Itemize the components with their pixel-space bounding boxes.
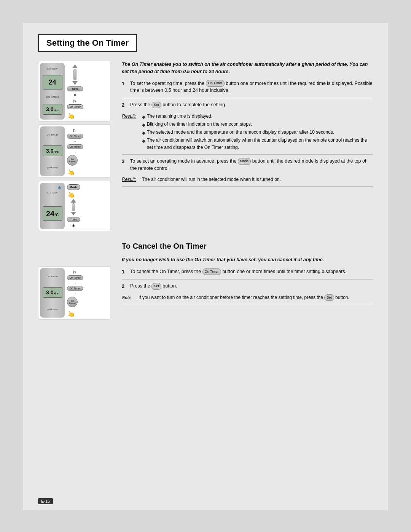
on-timer-btn-2[interactable]: On Timer	[67, 134, 83, 139]
swing-icon-2: ▷	[67, 128, 83, 132]
step-1: 1 To set the operating time, press the O…	[122, 80, 373, 94]
off-timer-btn-4[interactable]: Off Timer	[67, 286, 83, 291]
step-text-2: Press the Set button to complete the set…	[130, 101, 226, 109]
set-inline-btn-2: Set	[151, 102, 161, 109]
result-label-1: Result:	[122, 113, 139, 152]
set-temp-label-3: SET TEMP	[47, 192, 57, 194]
mode-inline-btn-3: Mode	[238, 158, 251, 165]
fan-icon-1: ❄	[67, 93, 83, 97]
remote-display-1: 24	[43, 75, 62, 89]
divider-c1	[122, 279, 373, 280]
bullet-4: ◆	[142, 137, 145, 145]
remote-1: SET TEMP 24 ON TIMER 3.0Hrs Turbo	[38, 61, 110, 121]
remote-3: ❄ SET TEMP 24°C Mode 👆 Turbo ❄	[38, 181, 110, 231]
timer-display-4: 3.0Hrs	[43, 287, 62, 298]
timer-num-2: 3.0Hrs	[46, 148, 59, 154]
step-num-3: 3	[122, 158, 127, 172]
remote-buttons-3: Mode 👆 Turbo ❄	[66, 183, 81, 229]
temp-slider-3	[72, 203, 75, 211]
on-timer-inline-btn-1: On Timer	[206, 80, 225, 87]
timer-display-2: 3.0Hrs	[43, 145, 62, 156]
section-title: Setting the On Timer	[46, 38, 129, 48]
on-timer-inline-cancel: On Timer	[202, 268, 221, 275]
step-text-1: To set the operating time, press the On …	[130, 80, 373, 94]
timer-num-4: 3.0Hrs	[46, 289, 59, 296]
temp-up-btn-3	[71, 199, 76, 203]
on-timer-label-4: ON TIMER	[47, 275, 58, 278]
fan-icon-3: ❄	[67, 224, 80, 228]
result-label-2: Result:	[122, 176, 139, 183]
divider-1	[122, 98, 373, 98]
temp-num-3: 24°C	[46, 210, 59, 217]
on-timer-label-2: ON TIMER	[47, 134, 58, 136]
temp-up-btn-1	[72, 64, 78, 68]
temp-unit-3: °C	[54, 213, 59, 217]
page: Setting the On Timer SET TEMP 24 ON TIME…	[23, 23, 388, 510]
step-2: 2 Press the Set button to complete the s…	[122, 101, 373, 109]
arrow-area-3	[67, 199, 80, 216]
result-text-4: The air conditioner will switch on autom…	[147, 137, 373, 151]
temp-down-btn-1	[72, 81, 78, 85]
cancel-label-4: Cancel	[69, 302, 75, 304]
set-inline-note: Set	[324, 294, 334, 301]
on-timer-label-1: ON TIMER	[46, 96, 59, 98]
turbo-btn-1[interactable]: Turbo	[67, 86, 83, 91]
spacer	[38, 240, 114, 263]
timer-unit-2: Hrs	[54, 150, 59, 153]
step-num-2: 2	[122, 101, 127, 109]
remote-body-1: SET TEMP 24 ON TIMER 3.0Hrs	[40, 63, 65, 120]
result-item-1: ◆ The remaining time is displayed.	[142, 113, 373, 121]
pointer-1: 👆	[66, 108, 84, 120]
set-cancel-btn-2[interactable]: Set Cancel	[67, 155, 78, 166]
remote-2: ON TIMER 3.0Hrs good sleep ▷ On Timer + …	[38, 125, 110, 178]
result-text-1: The remaining time is displayed.	[147, 113, 212, 120]
plus-label-4b: +	[67, 292, 83, 295]
set-temp-label-1: SET TEMP	[47, 68, 57, 70]
remotes-column-2: ON TIMER 3.0Hrs good sleep ▷ On Timer + …	[38, 240, 114, 320]
result-text-5: The air conditioner will run in the sele…	[142, 176, 281, 183]
note-text: If you want to turn on the air condition…	[139, 294, 349, 301]
good-sleep-label-4: good sleep	[47, 308, 58, 310]
remote-buttons-2: ▷ On Timer + Off Timer + Set Cancel 👆	[66, 126, 84, 176]
remote-buttons-4: ▷ On Timer + Off Timer + Set Cancel 👆	[66, 268, 84, 318]
instructions-col-2: To Cancel the On Timer If you no longer …	[122, 240, 373, 320]
remote-buttons-1: Turbo ❄ ▷ On Timer 👆	[66, 63, 84, 120]
arrow-area-1	[67, 64, 83, 85]
step-num-1: 1	[122, 80, 127, 94]
result-block-2: Result: The air conditioner will run in …	[122, 176, 373, 183]
timer-num-1: 3.0Hrs	[46, 106, 59, 112]
set-cancel-btn-4[interactable]: Set Cancel	[67, 297, 78, 307]
swing-icon-4: ▷	[67, 270, 83, 274]
section-title-box: Setting the On Timer	[38, 34, 137, 52]
result-text-2: Blinking of the timer indicator on the r…	[147, 121, 252, 128]
remotes-column-1: SET TEMP 24 ON TIMER 3.0Hrs Turbo	[38, 61, 114, 231]
cancel-step-text-1: To cancel the On Timer, press the On Tim…	[130, 268, 346, 276]
note-label: Note	[122, 294, 135, 301]
plus-label-2: +	[67, 140, 83, 143]
bullet-1: ◆	[142, 113, 145, 121]
cancel-step-num-1: 1	[122, 268, 127, 276]
cancel-step-num-2: 2	[122, 283, 127, 290]
plus-label-2b: +	[67, 151, 83, 153]
divider-3	[122, 186, 373, 187]
step-text-3: To select an operating mode in advance, …	[130, 158, 373, 172]
temp-slider-1	[73, 69, 76, 80]
cancel-step-text-2: Press the Set button.	[130, 283, 177, 290]
page-number: E-16	[38, 498, 53, 504]
bullet-3: ◆	[142, 129, 145, 137]
result-item-3: ◆ The selected mode and the temperature …	[142, 129, 373, 137]
divider-c2	[122, 304, 373, 304]
turbo-btn-3[interactable]: Turbo	[67, 217, 80, 222]
timer-unit-1: Hrs	[54, 109, 59, 112]
good-sleep-label-2: good sleep	[47, 166, 58, 169]
cancel-title: To Cancel the On Timer	[122, 240, 373, 252]
cancel-section: ON TIMER 3.0Hrs good sleep ▷ On Timer + …	[38, 240, 373, 320]
step-3: 3 To select an operating mode in advance…	[122, 158, 373, 172]
snowflake-icon-3: ❄	[57, 185, 62, 191]
on-timer-btn-4[interactable]: On Timer	[67, 275, 83, 280]
temp-display-3: 24°C	[43, 206, 62, 221]
off-timer-btn-2[interactable]: Off Timer	[67, 144, 83, 149]
instructions-col-1: The On Timer enables you to switch on th…	[122, 61, 373, 231]
remote-body-4: ON TIMER 3.0Hrs good sleep	[40, 268, 65, 318]
result-block-1: Result: ◆ The remaining time is displaye…	[122, 113, 373, 152]
